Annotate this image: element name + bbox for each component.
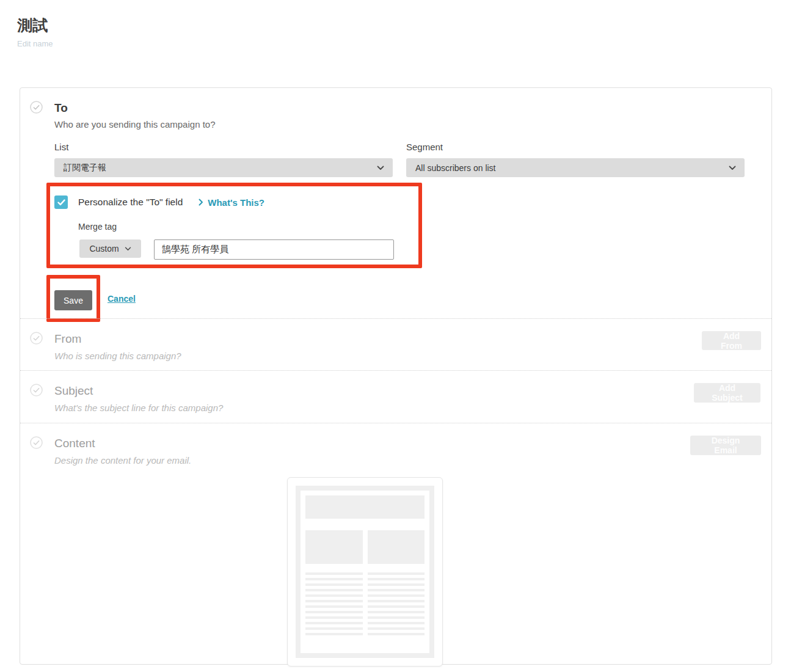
segment-label: Segment <box>406 141 745 153</box>
to-heading: To <box>54 100 771 115</box>
design-email-button[interactable]: Design Email <box>690 436 761 455</box>
circle-check-icon <box>30 332 43 345</box>
chevron-down-icon <box>125 247 131 251</box>
content-description: Design the content for your email. <box>54 455 771 467</box>
merge-tag-row: Custom <box>79 239 418 260</box>
personalize-checkbox[interactable] <box>54 195 68 209</box>
from-description: Who is sending this campaign? <box>54 350 771 362</box>
merge-tag-input[interactable] <box>154 239 394 260</box>
list-dropdown-value: 訂閱電子報 <box>64 163 106 173</box>
section-from: From Who is sending this campaign? Add F… <box>20 318 771 370</box>
circle-check-icon <box>30 436 43 449</box>
personalize-label: Personalize the "To" field <box>78 197 183 208</box>
list-segment-row: List 訂閱電子報 Segment All subscribers on li… <box>54 141 771 177</box>
email-template-page <box>301 491 429 653</box>
email-template-image-block <box>305 530 363 564</box>
subject-description: What's the subject line for this campaig… <box>54 402 771 414</box>
email-template-frame <box>296 486 434 658</box>
email-template-image-blocks <box>305 530 425 564</box>
chevron-right-icon <box>199 199 203 206</box>
page-title: 測試 <box>17 15 791 35</box>
list-label: List <box>54 141 393 153</box>
circle-check-icon <box>30 384 43 396</box>
save-button[interactable]: Save <box>54 290 92 310</box>
to-description: Who are you sending this campaign to? <box>54 119 771 131</box>
email-template-text-column <box>305 572 363 635</box>
add-subject-button[interactable]: Add Subject <box>694 383 760 403</box>
email-template-header-block <box>305 495 425 519</box>
section-to: To Who are you sending this campaign to?… <box>20 88 771 318</box>
page-header: 測試 Edit name <box>0 0 791 48</box>
section-content: Content Design the content for your emai… <box>20 423 771 665</box>
segment-dropdown[interactable]: All subscribers on list <box>406 158 745 177</box>
email-template-image-block <box>368 530 425 564</box>
annotation-box-save: Save <box>46 275 100 322</box>
email-template-text-lines <box>305 572 425 635</box>
from-heading: From <box>54 331 771 346</box>
email-template-thumbnail <box>287 477 443 667</box>
cancel-link[interactable]: Cancel <box>108 294 136 304</box>
section-subject: Subject What's the subject line for this… <box>20 370 771 423</box>
personalize-row: Personalize the "To" field What's This? <box>54 195 418 209</box>
email-template-text-column <box>368 572 425 635</box>
edit-name-link[interactable]: Edit name <box>17 39 791 48</box>
chevron-down-icon <box>729 166 736 170</box>
content-heading: Content <box>54 436 771 451</box>
checkmark-icon <box>57 199 65 206</box>
merge-tag-label: Merge tag <box>78 222 418 232</box>
circle-check-icon <box>30 101 43 114</box>
merge-type-dropdown[interactable]: Custom <box>79 239 141 258</box>
chevron-down-icon <box>377 166 384 170</box>
segment-dropdown-value: All subscribers on list <box>415 163 496 173</box>
list-dropdown[interactable]: 訂閱電子報 <box>54 158 393 177</box>
save-row: Save Cancel <box>46 275 771 322</box>
whats-this-link[interactable]: What's This? <box>199 197 264 208</box>
subject-heading: Subject <box>54 383 771 398</box>
campaign-checklist-card: To Who are you sending this campaign to?… <box>20 87 772 665</box>
add-from-button[interactable]: Add From <box>702 331 761 350</box>
annotation-box-personalize: Personalize the "To" field What's This? … <box>46 183 422 268</box>
